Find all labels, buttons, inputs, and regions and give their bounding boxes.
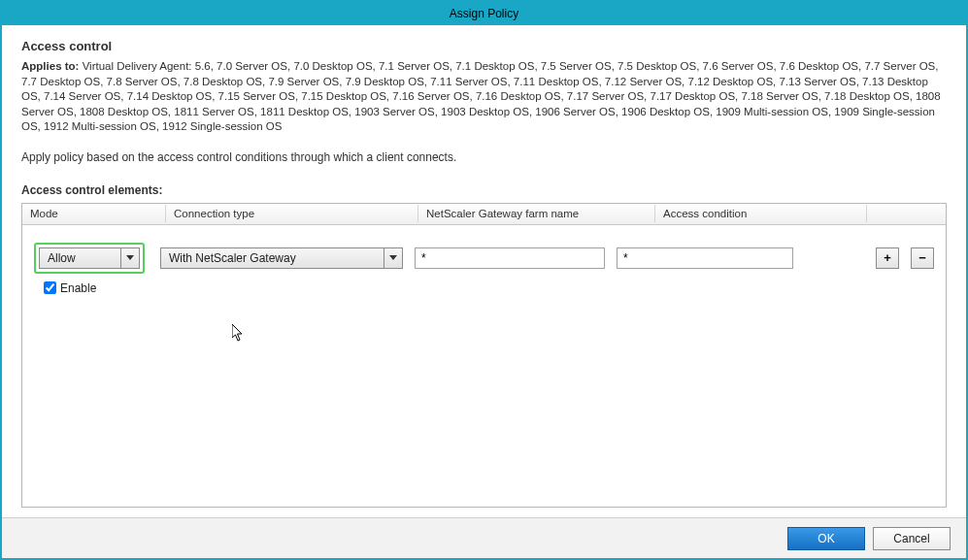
ok-button[interactable]: OK bbox=[787, 527, 865, 550]
header-condition: Access condition bbox=[655, 205, 867, 222]
applies-to-value: Virtual Delivery Agent: 5.6, 7.0 Server … bbox=[21, 60, 941, 132]
chevron-down-icon bbox=[384, 255, 402, 261]
window-title: Assign Policy bbox=[450, 7, 518, 20]
connection-value: With NetScaler Gateway bbox=[161, 248, 384, 268]
header-actions bbox=[867, 211, 946, 216]
elements-label: Access control elements: bbox=[21, 183, 947, 197]
content-area: Access control Applies to: Virtual Deliv… bbox=[2, 25, 966, 517]
mode-value: Allow bbox=[40, 248, 121, 268]
enable-label: Enable bbox=[60, 281, 96, 295]
section-heading: Access control bbox=[21, 39, 947, 53]
enable-row: Enable bbox=[34, 281, 934, 295]
chevron-down-icon bbox=[121, 255, 139, 261]
table-body: Allow With NetScaler Gateway bbox=[22, 225, 946, 305]
farm-name-field[interactable] bbox=[415, 247, 605, 269]
table-header: Mode Connection type NetScaler Gateway f… bbox=[22, 204, 946, 225]
connection-dropdown[interactable]: With NetScaler Gateway bbox=[160, 247, 403, 269]
cancel-button[interactable]: Cancel bbox=[873, 527, 951, 550]
header-mode: Mode bbox=[22, 205, 166, 222]
mode-dropdown[interactable]: Allow bbox=[39, 247, 140, 269]
table-row: Allow With NetScaler Gateway bbox=[34, 243, 934, 274]
remove-row-button[interactable]: − bbox=[911, 247, 934, 269]
enable-checkbox[interactable] bbox=[44, 281, 56, 294]
titlebar: Assign Policy bbox=[2, 2, 966, 25]
access-condition-field[interactable] bbox=[617, 247, 793, 269]
applies-to-text: Applies to: Virtual Delivery Agent: 5.6,… bbox=[21, 59, 947, 135]
mode-highlight: Allow bbox=[34, 243, 145, 274]
header-connection: Connection type bbox=[166, 205, 418, 222]
apply-description: Apply policy based on the access control… bbox=[21, 150, 947, 164]
applies-to-label: Applies to: bbox=[21, 60, 79, 72]
elements-table: Mode Connection type NetScaler Gateway f… bbox=[21, 203, 947, 508]
header-farm: NetScaler Gateway farm name bbox=[418, 205, 655, 222]
dialog-footer: OK Cancel bbox=[2, 517, 966, 558]
add-row-button[interactable]: + bbox=[876, 247, 899, 269]
dialog-window: Assign Policy Access control Applies to:… bbox=[0, 0, 968, 560]
